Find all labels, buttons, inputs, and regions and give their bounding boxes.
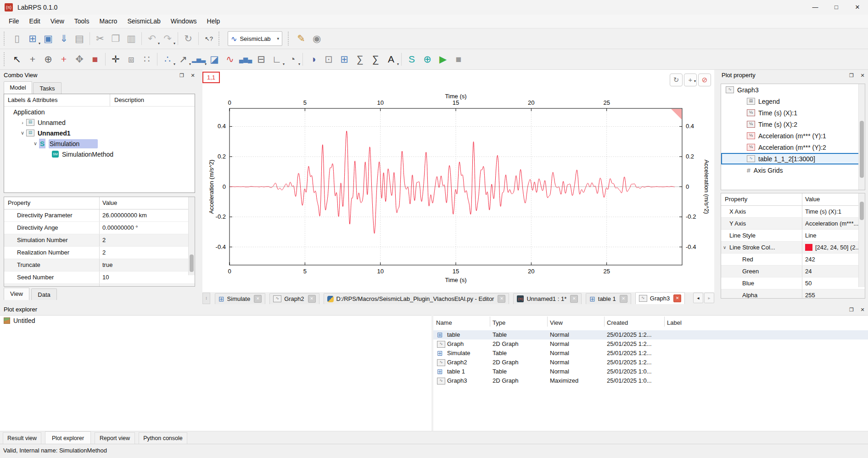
property-row[interactable]: Seed Number10 [4, 271, 195, 284]
explorer-row-Graph3[interactable]: ∿Graph32D GraphMaximized25/01/2025 1:0..… [433, 376, 868, 385]
plot-tree-item-acceleration-m-y-1[interactable]: ¼Acceleration (m*** (Y):1 [721, 130, 865, 141]
explorer-row-Graph[interactable]: ∿Graph2D GraphNormal25/01/2025 1:2... [433, 339, 868, 349]
plot-tree-scrollbar[interactable] [858, 84, 865, 190]
menu-file[interactable]: File [4, 15, 24, 28]
doc-tab-unnamed1-1-[interactable]: (π)Unnamed1 : 1*✕ [513, 293, 582, 304]
property-row[interactable]: Y AxisAcceleration (m***... [721, 218, 865, 230]
explorer-item-untitled[interactable]: Untitled [0, 316, 431, 326]
property-scrollbar[interactable] [188, 197, 195, 275]
close-button[interactable]: ✕ [847, 0, 868, 15]
sum-rows-button[interactable]: ∑ [352, 51, 368, 67]
workbench-selector[interactable]: ∿SeismicLab▾ [228, 31, 282, 46]
macros-dialog-button[interactable]: ◉ [309, 31, 325, 46]
menu-seismiclab[interactable]: SeismicLab [122, 15, 165, 28]
matrix-button[interactable]: ⊡ [321, 51, 336, 67]
add-to-plot-button[interactable]: +▾ [684, 74, 697, 86]
bottom-tab-result-view[interactable]: Result view [3, 432, 41, 444]
plot-boxplot-button[interactable]: ⊟ [253, 51, 269, 67]
property-row[interactable]: Blue50 [721, 277, 865, 289]
plot-tree-item-time-s-x-2[interactable]: ¼Time (s) (X):2 [721, 119, 865, 130]
property-row[interactable]: X AxisTime (s) (X):1 [721, 206, 865, 218]
plot-points-button[interactable]: ∴▾ [160, 51, 175, 67]
property-row[interactable]: Truncatetrue [4, 259, 195, 271]
tab-view[interactable]: View [4, 288, 29, 300]
plot-histogram-button[interactable]: ▄▆▄ [238, 51, 253, 67]
menu-help[interactable]: Help [202, 15, 225, 28]
column-header-view[interactable]: View [550, 317, 563, 328]
cube-view-button[interactable]: ■ [87, 51, 103, 67]
new-file-button[interactable]: ▯ [9, 31, 25, 46]
tab-scroll-strip[interactable]: ↕ [202, 293, 210, 304]
seismic-plot[interactable]: 005510101515202025250.40.40.20.200-0.2-0… [202, 70, 714, 292]
center-point-button[interactable]: ⊕ [40, 51, 56, 67]
select-pointer-button[interactable]: ↖ [9, 51, 25, 67]
print-button[interactable]: ▤ [72, 31, 87, 46]
plot-tree-item-table-1-1-2-1-3000-[interactable]: ∿table 1_1_2[1:3000] [721, 153, 865, 164]
plot-tree-item-axis-grids[interactable]: #Axis Grids [721, 164, 865, 176]
zoom-data-button[interactable]: ∷ [139, 51, 155, 67]
plot-bars-button[interactable]: ▂▅▃▾ [191, 51, 207, 67]
text-format-button[interactable]: A▾ [383, 51, 399, 67]
zoom-region-button[interactable]: ⧈ [123, 51, 139, 67]
plot-area-button[interactable]: ◪ [207, 51, 222, 67]
explorer-row-Graph2[interactable]: ∿Graph22D GraphNormal25/01/2025 1:2... [433, 358, 868, 367]
explorer-row-table[interactable]: ⊞tableTableNormal25/01/2025 1:2... [433, 330, 868, 339]
whats-this-button[interactable]: ↖? [201, 31, 217, 46]
bottom-tab-python-console[interactable]: Python console [139, 432, 187, 444]
stop-simulation-button[interactable]: ■ [451, 51, 466, 67]
column-header-label[interactable]: Label [667, 317, 682, 328]
float-panel-icon[interactable]: ❐ [847, 71, 856, 79]
plot-tree-item-graph3[interactable]: ∿Graph3 [721, 84, 865, 96]
copy-button[interactable]: ❐ [108, 31, 123, 46]
save-button[interactable]: ⇓ [56, 31, 72, 46]
bottom-tab-report-view[interactable]: Report view [95, 432, 135, 444]
menu-edit[interactable]: Edit [24, 15, 45, 28]
tab-tasks[interactable]: Tasks [33, 82, 62, 94]
property-row[interactable]: Event Namemy event [4, 284, 195, 287]
doc-tab-graph2[interactable]: ∿Graph2✕ [269, 293, 319, 304]
float-panel-icon[interactable]: ❐ [847, 305, 856, 314]
menu-windows[interactable]: Windows [166, 15, 202, 28]
doc-tab-graph3[interactable]: ∿Graph3✕ [635, 292, 685, 304]
refresh-button[interactable]: ↻ [180, 31, 196, 46]
tree-item-unnamed[interactable]: ›▤Unnamed [4, 117, 195, 128]
close-panel-icon[interactable]: ✕ [858, 71, 867, 79]
tree-item-unnamed1[interactable]: ∨▤Unnamed1 [4, 128, 195, 138]
close-tab-icon[interactable]: ✕ [620, 295, 627, 303]
doc-tab-d-rps-macros-seismiclab-plugin-vlachosetal-py-editor[interactable]: D:/RPS/Macros/SeismicLab_Plugin_VlachosE… [324, 293, 510, 304]
close-tab-icon[interactable]: ✕ [673, 294, 681, 302]
plot-tree-item-acceleration-m-y-2[interactable]: ¼Acceleration (m*** (Y):2 [721, 141, 865, 153]
tree-item-simulation[interactable]: ∨SSimulation [4, 138, 195, 149]
insert-table-button[interactable]: ⊞ [336, 51, 352, 67]
doc-tab-table-1[interactable]: ⊞table 1✕ [586, 293, 631, 304]
tree-item-simulationmethod[interactable]: SMSimulationMethod [4, 149, 195, 159]
close-panel-icon[interactable]: ✕ [858, 305, 867, 314]
minimize-button[interactable]: — [805, 0, 826, 15]
property-row[interactable]: Red242 [721, 254, 865, 266]
expander-icon[interactable]: › [19, 120, 26, 125]
property-row[interactable]: Line StyleLine [721, 230, 865, 242]
property-row[interactable]: ∨Line Stroke Col...[242, 24, 50] (2... [721, 242, 865, 254]
plot-pie-button[interactable]: ◔▾ [285, 51, 300, 67]
plot-line-button[interactable]: ↗▾ [175, 51, 191, 67]
menu-macro[interactable]: Macro [94, 15, 122, 28]
doc-tab-simulate[interactable]: ⊞Simulate✕ [215, 293, 265, 304]
column-header-created[interactable]: Created [607, 317, 628, 328]
bottom-tab-plot-explorer[interactable]: Plot explorer [45, 431, 91, 444]
close-tab-icon[interactable]: ✕ [308, 295, 316, 303]
maximize-button[interactable]: □ [826, 0, 847, 15]
column-header-name[interactable]: Name [436, 317, 452, 328]
property-row[interactable]: Green24 [721, 266, 865, 277]
property-row[interactable]: Directivity Ange0.00000000 ° [4, 222, 195, 234]
property-row[interactable]: Simulation Number2 [4, 234, 195, 247]
pick-point-button[interactable]: + [56, 51, 72, 67]
property-row[interactable]: Realization Number2 [4, 247, 195, 259]
tab-data[interactable]: Data [31, 288, 57, 300]
plot-axes-button[interactable]: ∟▾ [269, 51, 285, 67]
undo-button[interactable]: ↶▾ [144, 31, 160, 46]
new-table-button[interactable]: ⊞▾ [25, 31, 40, 46]
seismiclab-tool-button[interactable]: S [404, 51, 420, 67]
close-tab-icon[interactable]: ✕ [498, 295, 505, 303]
run-simulation-button[interactable]: ▶ [435, 51, 451, 67]
move-mode-button[interactable]: ✛ [108, 51, 123, 67]
